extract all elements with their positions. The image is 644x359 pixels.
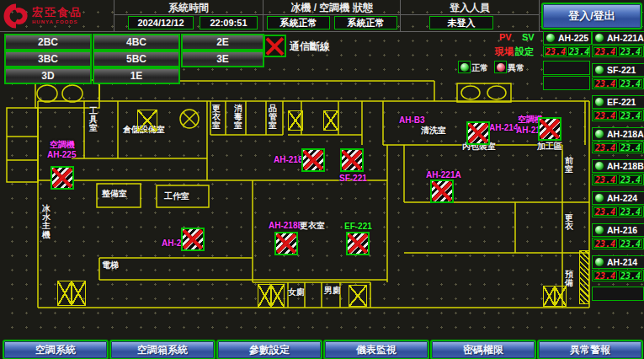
pv-value: 23.4 <box>593 143 617 152</box>
sv-value: 23.4 <box>619 207 642 216</box>
unit-values-ah-216: 23.423.4 <box>592 238 644 249</box>
plan-label-加工區: 加工區 <box>537 142 562 151</box>
stair-icon <box>137 110 157 131</box>
sv-value: 23.4 <box>619 111 642 120</box>
unit-ah-225[interactable]: AH-225 <box>543 31 592 45</box>
plan-label-男廁: 男廁 <box>324 286 341 295</box>
empty-slot <box>543 76 590 90</box>
floor-button-4bc[interactable]: 4BC <box>93 34 180 51</box>
unit-ah-214[interactable]: AH-214 <box>592 255 644 269</box>
plan-label-AH-221A: AH-221A <box>426 170 461 180</box>
empty-slot <box>592 287 644 301</box>
plan-label-AH-B3: AH-B3 <box>399 115 425 125</box>
nav-button-4[interactable]: 儀表監視 <box>323 340 429 359</box>
unit-name: AH-224 <box>607 193 637 203</box>
sv-value: 23.4 <box>619 239 642 248</box>
login-status: 未登入 <box>429 16 493 29</box>
normal-label: 正常 <box>471 62 488 74</box>
plan-label-消毒室: 消毒室 <box>234 104 244 131</box>
unit-ah-224[interactable]: AH-224 <box>592 191 644 205</box>
unit-name: AH-214 <box>607 257 637 267</box>
plan-label-前室: 前室 <box>565 157 575 174</box>
stair-icon <box>349 285 367 307</box>
plan-label-整備室: 整備室 <box>102 189 127 198</box>
equipment-alarm-icon[interactable] <box>466 121 490 145</box>
normal-lamp-icon <box>458 61 471 73</box>
nav-button-5[interactable]: 密碼權限 <box>430 340 536 359</box>
floor-button-5bc[interactable]: 5BC <box>93 51 180 67</box>
login-logout-button[interactable]: 登入/登出 <box>541 3 642 29</box>
sv-value: 23.4 <box>568 47 590 56</box>
sv-value: 23.4 <box>619 47 642 56</box>
pv-value: 23.4 <box>593 111 617 120</box>
unit-name: AH-225 <box>558 33 588 43</box>
login-user-label: 登入人員 <box>402 2 537 13</box>
stair-icon <box>270 284 285 308</box>
plan-label-冰水主機: 冰水主機 <box>42 205 52 239</box>
status-lamp-icon <box>594 225 604 235</box>
stair-icon <box>71 281 86 306</box>
sv-value: 23.4 <box>619 143 642 152</box>
nav-button-6[interactable]: 異常警報 <box>537 340 643 359</box>
floor-button-3d[interactable]: 3D <box>4 67 92 84</box>
plan-label-清洗室: 清洗室 <box>421 126 446 135</box>
plan-label-EF-221: EF-221 <box>344 222 372 231</box>
unit-values-ah-221a: 23.423.4 <box>592 46 644 57</box>
unit-values-ah-214: 23.423.4 <box>592 270 644 281</box>
stair-icon <box>323 110 338 131</box>
plan-label-SF-221: SF-221 <box>339 174 367 183</box>
floor-button-3bc[interactable]: 3BC <box>4 51 92 67</box>
stair-icon <box>288 110 303 131</box>
plan-label-AH-218B: AH-218B <box>269 221 304 230</box>
plan-label-AH-225: AH-225 <box>47 150 76 159</box>
unit-ef-221[interactable]: EF-221 <box>592 95 644 109</box>
unit-ah-221a[interactable]: AH-221A <box>592 31 644 45</box>
floor-button-2bc[interactable]: 2BC <box>4 34 92 51</box>
unit-name: AH-216 <box>607 225 637 235</box>
company-logo: 宏亞食品 HUNYA FOODS <box>3 2 111 29</box>
equipment-alarm-icon[interactable] <box>274 232 298 255</box>
hmi-screen: 空調機AH-225工具室倉儲設備室更衣室消毒室品管室AH-B3清洗室AH-214… <box>0 0 644 359</box>
status-lamp-icon <box>546 33 556 43</box>
unit-values-ef-221: 23.423.4 <box>592 110 644 121</box>
equipment-alarm-icon[interactable] <box>538 117 562 141</box>
unit-values-sf-221: 23.423.4 <box>592 78 644 89</box>
ahu-status: 系統正常 <box>334 16 397 29</box>
pv-value: 23.4 <box>593 175 617 184</box>
floor-button-2e[interactable]: 2E <box>181 34 264 51</box>
plan-label-工具室: 工具室 <box>89 107 99 133</box>
unit-sf-221[interactable]: SF-221 <box>592 63 644 77</box>
floor-button-3e[interactable]: 3E <box>181 51 264 67</box>
brand-name: 宏亞食品 <box>32 7 82 18</box>
abnormal-label: 異常 <box>508 62 524 74</box>
nav-button-3[interactable]: 參數設定 <box>216 340 322 359</box>
equipment-alarm-icon[interactable] <box>301 148 325 172</box>
unit-ah-218a[interactable]: AH-218A <box>592 127 644 141</box>
equipment-alarm-icon[interactable] <box>181 228 205 251</box>
unit-name: AH-218B <box>607 161 644 171</box>
plan-label-空調機: 空調機 <box>50 140 75 149</box>
unit-values-ah-218a: 23.423.4 <box>592 142 644 153</box>
status-lamp-icon <box>594 97 604 107</box>
unit-name: AH-221A <box>607 33 644 43</box>
equipment-alarm-icon[interactable] <box>340 148 364 172</box>
plan-label-工作室: 工作室 <box>164 191 189 201</box>
sv-name-label: 設定 <box>515 46 534 58</box>
plan-label-更衣室: 更衣室 <box>300 221 325 230</box>
sv-value: 23.4 <box>619 271 642 280</box>
equipment-alarm-icon[interactable] <box>430 180 454 203</box>
plan-label-更衣: 更衣 <box>565 214 575 231</box>
floor-button-1e[interactable]: 1E <box>93 67 180 84</box>
pv-name-label: 現場 <box>495 46 514 58</box>
stair-icon <box>554 286 567 307</box>
nav-button-1[interactable]: 空調系統 <box>3 340 109 359</box>
unit-ah-216[interactable]: AH-216 <box>592 223 644 237</box>
unit-ah-218b[interactable]: AH-218B <box>592 159 644 173</box>
unit-name: SF-221 <box>607 65 636 75</box>
sv-header: SV <box>522 32 535 42</box>
machine-status-label: 冰機 / 空調機 狀態 <box>265 2 398 13</box>
equipment-alarm-icon[interactable] <box>346 232 370 255</box>
nav-button-2[interactable]: 空調箱系統 <box>109 340 216 359</box>
unit-name: AH-218A <box>607 129 644 139</box>
equipment-alarm-icon[interactable] <box>51 166 74 190</box>
